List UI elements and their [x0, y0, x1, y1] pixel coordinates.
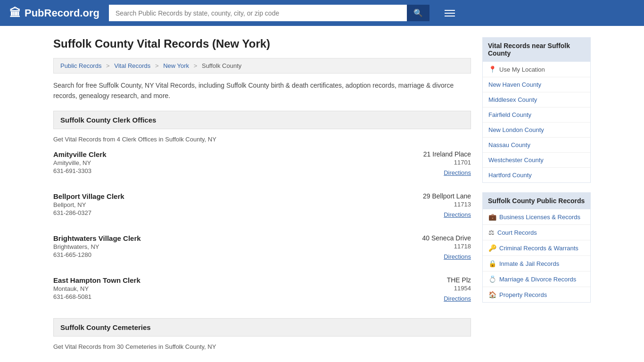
breadcrumb-vital-records[interactable]: Vital Records	[114, 62, 150, 69]
search-container: 🔍	[109, 5, 429, 21]
record-icon: 🏠	[488, 291, 496, 298]
search-button[interactable]: 🔍	[407, 5, 429, 21]
content-area: Suffolk County Vital Records (New York) …	[53, 37, 471, 358]
sidebar-item-county[interactable]: New Haven County	[483, 77, 590, 92]
directions-link[interactable]: Directions	[444, 211, 471, 218]
logo-icon: 🏛	[9, 7, 21, 20]
sidebar-item-county[interactable]: Westchester County	[483, 153, 590, 168]
clerk-directions[interactable]: Directions	[377, 169, 471, 176]
clerk-phone: 631-665-1280	[53, 251, 377, 258]
clerk-phone: 631-691-3303	[53, 167, 377, 174]
clerk-city: Amityville, NY	[53, 159, 377, 166]
clerk-zip: 11701	[377, 159, 471, 166]
sidebar-item-record[interactable]: 🔒Inmate & Jail Records	[483, 256, 590, 272]
clerk-entry: East Hampton Town Clerk Montauk, NY 631-…	[53, 276, 471, 307]
logo-text: PubRecord.org	[25, 7, 99, 19]
clerk-name: Amityville Clerk	[53, 150, 377, 158]
menu-button[interactable]	[443, 8, 457, 18]
sidebar-item-record[interactable]: 🔑Criminal Records & Warrants	[483, 240, 590, 256]
sidebar-item-record[interactable]: 💼Business Licenses & Records	[483, 209, 590, 225]
clerk-street: 21 Ireland Place	[377, 150, 471, 158]
clerk-city: Bellport, NY	[53, 201, 377, 208]
breadcrumb-public-records[interactable]: Public Records	[60, 62, 101, 69]
cemeteries-heading: Suffolk County Cemeteries	[53, 318, 471, 337]
nearby-counties-list: New Haven CountyMiddlesex CountyFairfiel…	[483, 77, 590, 182]
search-icon: 🔍	[413, 9, 423, 17]
clerk-name: Bellport Village Clerk	[53, 192, 377, 200]
page-title: Suffolk County Vital Records (New York)	[53, 37, 471, 50]
clerk-address: 40 Seneca Drive 11718 Directions	[377, 234, 471, 260]
record-icon: 🔑	[488, 244, 496, 252]
use-location-label: Use My Location	[499, 66, 545, 73]
record-icon: 💍	[488, 275, 496, 283]
sidebar-public-records: Suffolk County Public Records 💼Business …	[482, 192, 591, 303]
record-icon: 🔒	[488, 260, 496, 267]
breadcrumb-sep: >	[106, 62, 110, 69]
clerk-entry: Bellport Village Clerk Bellport, NY 631-…	[53, 192, 471, 223]
sidebar-public-list: 💼Business Licenses & Records⚖Court Recor…	[482, 209, 591, 303]
clerk-info: East Hampton Town Clerk Montauk, NY 631-…	[53, 276, 377, 302]
clerk-offices-sub: Get Vital Records from 4 Clerk Offices i…	[53, 136, 471, 143]
clerk-address: 29 Bellport Lane 11713 Directions	[377, 192, 471, 218]
clerk-entry: Brightwaters Village Clerk Brightwaters,…	[53, 234, 471, 265]
location-icon: 📍	[488, 66, 496, 73]
sidebar-public-title: Suffolk County Public Records	[482, 192, 591, 209]
clerk-street: 40 Seneca Drive	[377, 234, 471, 242]
clerk-info: Bellport Village Clerk Bellport, NY 631-…	[53, 192, 377, 218]
sidebar-item-record[interactable]: 💍Marriage & Divorce Records	[483, 272, 590, 287]
sidebar-item-record[interactable]: 🏠Property Records	[483, 287, 590, 302]
directions-link[interactable]: Directions	[444, 253, 471, 260]
clerk-address: 21 Ireland Place 11701 Directions	[377, 150, 471, 176]
directions-link[interactable]: Directions	[444, 295, 471, 302]
menu-icon-bar	[445, 13, 455, 14]
clerk-entry: Amityville Clerk Amityville, NY 631-691-…	[53, 150, 471, 181]
clerk-street: THE Plz	[377, 276, 471, 284]
sidebar: Vital Records near Suffolk County 📍 Use …	[482, 37, 591, 358]
record-label: Court Records	[497, 229, 537, 236]
clerk-directions[interactable]: Directions	[377, 295, 471, 302]
clerk-zip: 11954	[377, 285, 471, 292]
cemeteries-sub: Get Vital Records from 30 Cemeteries in …	[53, 343, 471, 350]
clerk-name: Brightwaters Village Clerk	[53, 234, 377, 242]
record-label: Business Licenses & Records	[499, 214, 580, 221]
clerk-address: THE Plz 11954 Directions	[377, 276, 471, 302]
breadcrumb-new-york[interactable]: New York	[163, 62, 189, 69]
clerk-phone: 631-286-0327	[53, 209, 377, 216]
clerk-city: Brightwaters, NY	[53, 243, 377, 250]
site-logo[interactable]: 🏛 PubRecord.org	[9, 7, 99, 20]
clerk-directions[interactable]: Directions	[377, 253, 471, 260]
sidebar-vital-title: Vital Records near Suffolk County	[482, 37, 591, 62]
sidebar-item-county[interactable]: Hartford County	[483, 168, 590, 182]
sidebar-item-record[interactable]: ⚖Court Records	[483, 225, 590, 240]
record-label: Inmate & Jail Records	[499, 260, 559, 267]
clerk-phone: 631-668-5081	[53, 293, 377, 300]
clerk-name: East Hampton Town Clerk	[53, 276, 377, 284]
record-label: Criminal Records & Warrants	[499, 245, 578, 252]
clerk-offices-heading: Suffolk County Clerk Offices	[53, 111, 471, 129]
record-icon: 💼	[488, 213, 496, 221]
clerk-info: Amityville Clerk Amityville, NY 631-691-…	[53, 150, 377, 176]
clerk-zip: 11713	[377, 201, 471, 208]
sidebar-item-county[interactable]: Middlesex County	[483, 92, 590, 107]
breadcrumb-sep: >	[155, 62, 159, 69]
record-label: Marriage & Divorce Records	[499, 276, 576, 283]
sidebar-vital-list: 📍 Use My Location New Haven CountyMiddle…	[482, 62, 591, 183]
main-container: Suffolk County Vital Records (New York) …	[44, 26, 600, 362]
sidebar-vital-records: Vital Records near Suffolk County 📍 Use …	[482, 37, 591, 183]
breadcrumb-current: Suffolk County	[202, 62, 241, 69]
sidebar-item-county[interactable]: Fairfield County	[483, 107, 590, 123]
menu-icon-bar	[445, 16, 455, 16]
sidebar-use-location[interactable]: 📍 Use My Location	[483, 62, 590, 77]
clerk-zip: 11718	[377, 243, 471, 250]
sidebar-item-county[interactable]: Nassau County	[483, 138, 590, 153]
clerk-directions[interactable]: Directions	[377, 211, 471, 218]
sidebar-item-county[interactable]: New London County	[483, 123, 590, 138]
breadcrumb-sep: >	[194, 62, 198, 69]
breadcrumb: Public Records > Vital Records > New Yor…	[53, 58, 471, 74]
site-header: 🏛 PubRecord.org 🔍	[0, 0, 644, 26]
directions-link[interactable]: Directions	[444, 169, 471, 176]
menu-icon-bar	[445, 10, 455, 11]
page-description: Search for free Suffolk County, NY Vital…	[53, 80, 471, 101]
search-input[interactable]	[109, 5, 407, 21]
clerk-list: Amityville Clerk Amityville, NY 631-691-…	[53, 150, 471, 307]
